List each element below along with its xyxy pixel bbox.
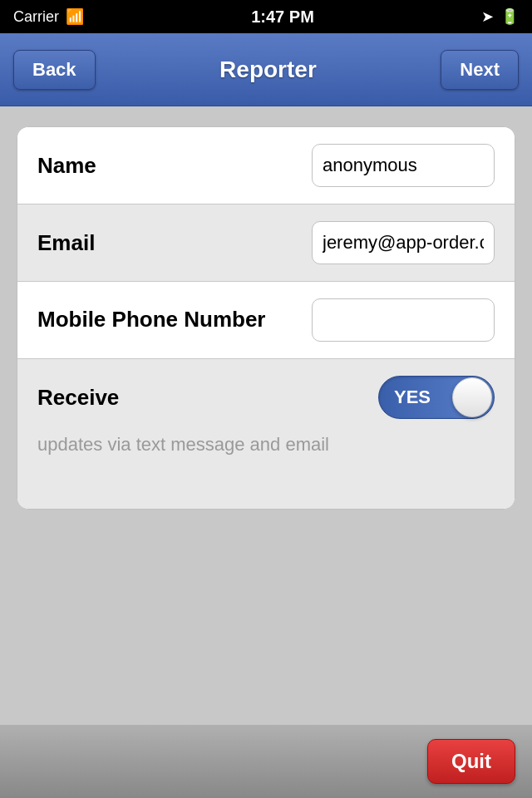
- mobile-input[interactable]: [312, 298, 495, 342]
- receive-top: Receive YES: [37, 376, 495, 419]
- receive-row: Receive YES updates via text message and…: [17, 359, 515, 509]
- mobile-label: Mobile Phone Number: [37, 306, 312, 334]
- toggle-yes-label: YES: [394, 387, 431, 408]
- status-bar: Carrier 📶 1:47 PM ➤ 🔋: [0, 0, 532, 33]
- toggle-knob: [452, 377, 492, 417]
- next-button[interactable]: Next: [441, 50, 519, 90]
- email-row: Email: [17, 204, 515, 282]
- status-time: 1:47 PM: [251, 7, 314, 27]
- battery-icon: 🔋: [500, 7, 519, 26]
- status-right: ➤ 🔋: [481, 7, 519, 26]
- bottom-bar: Quit: [0, 725, 532, 798]
- nav-bar: Back Reporter Next: [0, 33, 532, 106]
- receive-label: Receive: [37, 385, 378, 411]
- name-row: Name: [17, 127, 515, 204]
- email-label: Email: [37, 230, 312, 256]
- receive-toggle[interactable]: YES: [378, 376, 495, 419]
- email-input[interactable]: [312, 221, 495, 264]
- nav-title: Reporter: [219, 57, 317, 83]
- form-card: Name Email Mobile Phone Number Receive Y…: [17, 126, 515, 510]
- receive-subtext: updates via text message and email: [37, 432, 329, 458]
- location-icon: ➤: [481, 7, 494, 26]
- main-content: Name Email Mobile Phone Number Receive Y…: [0, 106, 532, 530]
- name-label: Name: [37, 153, 312, 179]
- mobile-row: Mobile Phone Number: [17, 282, 515, 359]
- carrier-label: Carrier: [13, 8, 59, 26]
- status-left: Carrier 📶: [13, 7, 84, 26]
- back-button[interactable]: Back: [13, 50, 96, 90]
- quit-button[interactable]: Quit: [427, 739, 515, 784]
- name-input[interactable]: [312, 144, 495, 187]
- wifi-icon: 📶: [66, 7, 84, 26]
